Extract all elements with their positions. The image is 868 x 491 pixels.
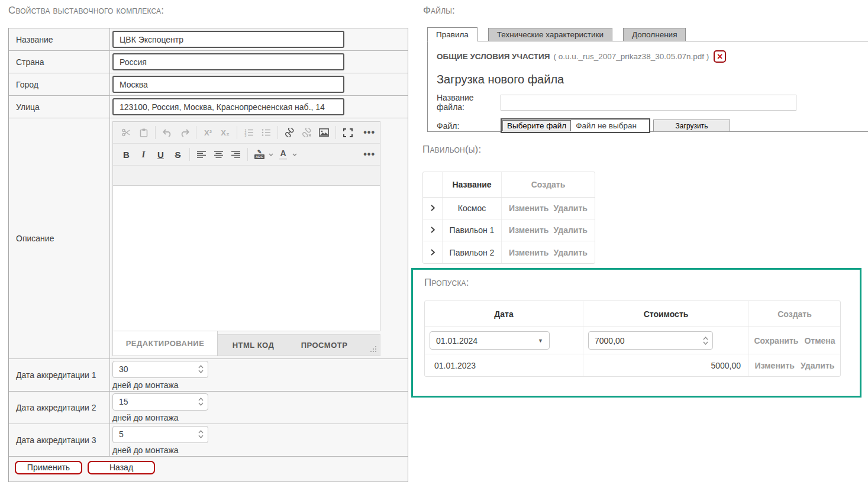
delete-file-button[interactable]: × xyxy=(714,50,726,63)
passes-table: Дата Стоимость Создать 01.01.2024 ▼ xyxy=(424,301,841,377)
pass-date-dropdown[interactable]: 01.01.2024 ▼ xyxy=(430,331,550,350)
background-color-icon[interactable]: ✎ABC xyxy=(251,147,268,162)
files-tab-pane: ОБЩИЕ УСЛОВИЯ УЧАСТИЯ ( o.u.u._rus_2007_… xyxy=(427,41,868,132)
back-button[interactable]: Назад xyxy=(88,461,155,474)
country-input[interactable] xyxy=(112,53,344,70)
bold-icon[interactable]: B xyxy=(118,147,135,162)
field-row-accreditation-2: Дата аккредитации 2 дней до монтажа xyxy=(9,392,408,424)
street-input[interactable] xyxy=(112,98,344,115)
pass-save-link[interactable]: Сохранить xyxy=(754,336,798,345)
name-input[interactable] xyxy=(112,31,344,48)
paste-icon[interactable] xyxy=(135,125,152,140)
file-name-input[interactable] xyxy=(501,95,796,111)
apply-button[interactable]: Применить xyxy=(15,461,82,474)
files-tab-bar: Правила Технические характеристики Допол… xyxy=(427,27,868,41)
upload-file-row: Файл: Выберите файл Файл не выбран Загру… xyxy=(437,118,868,133)
cut-icon[interactable] xyxy=(118,125,135,140)
toolbar-divider xyxy=(247,148,248,161)
field-row-name: Название xyxy=(9,28,408,51)
pass-cancel-link[interactable]: Отмена xyxy=(804,336,835,345)
pavilion-row: Павильон 2 Изменить Удалить xyxy=(423,241,595,263)
choose-file-button[interactable]: Выберите файл xyxy=(502,120,571,131)
city-input[interactable] xyxy=(112,76,344,93)
toolbar-divider xyxy=(196,126,196,139)
expand-chevron-icon[interactable] xyxy=(431,248,435,257)
toolbar-more-icon[interactable]: ••• xyxy=(363,127,375,138)
text-color-icon[interactable]: A xyxy=(275,147,292,162)
stepper-arrows-icon[interactable] xyxy=(198,398,204,406)
undo-icon[interactable] xyxy=(159,125,176,140)
name-label: Название xyxy=(9,28,110,50)
accreditation-2-stepper xyxy=(112,393,208,411)
stepper-arrows-icon[interactable] xyxy=(198,365,204,373)
pavilion-edit-link[interactable]: Изменить xyxy=(509,203,548,213)
italic-icon[interactable]: I xyxy=(135,147,152,162)
svg-text:3: 3 xyxy=(244,134,246,137)
redo-icon[interactable] xyxy=(176,125,193,140)
pass-row: 01.01.2023 5000,00 Изменить Удалить xyxy=(425,354,840,376)
accreditation-1-suffix: дней до монтажа xyxy=(112,380,179,390)
description-label: Описание xyxy=(9,118,110,358)
pavilion-name: Космос xyxy=(443,198,502,219)
strikethrough-icon[interactable]: S xyxy=(169,147,186,162)
pavilion-edit-link[interactable]: Изменить xyxy=(509,225,548,235)
tab-preview[interactable]: ПРОСМОТР xyxy=(289,335,360,356)
numbered-list-icon[interactable]: 123 xyxy=(240,125,257,140)
align-center-icon[interactable] xyxy=(210,147,227,162)
align-right-icon[interactable] xyxy=(227,147,244,162)
accreditation-3-input[interactable] xyxy=(112,426,208,443)
toolbar-divider xyxy=(335,126,336,139)
stepper-arrows-icon[interactable] xyxy=(703,337,708,345)
street-label: Улица xyxy=(9,96,110,118)
pavilion-delete-link[interactable]: Удалить xyxy=(553,203,587,213)
pavilion-delete-link[interactable]: Удалить xyxy=(553,225,587,235)
accreditation-2-input[interactable] xyxy=(112,393,208,411)
bullet-list-icon[interactable] xyxy=(257,125,275,140)
pavilion-edit-link[interactable]: Изменить xyxy=(509,248,548,257)
insert-link-icon[interactable] xyxy=(281,125,298,140)
upload-button[interactable]: Загрузить xyxy=(653,119,730,132)
accreditation-2-suffix: дней до монтажа xyxy=(112,413,179,422)
editor-toolbar-row2: B I U S xyxy=(113,144,380,166)
editor-content-area[interactable] xyxy=(112,186,380,331)
pass-create-link[interactable]: Создать xyxy=(777,309,812,319)
background-color-caret-icon[interactable] xyxy=(269,153,273,156)
upload-name-row: Название файла: xyxy=(437,93,868,112)
pavilion-delete-link[interactable]: Удалить xyxy=(553,248,587,257)
pass-delete-link[interactable]: Удалить xyxy=(801,361,834,370)
tab-tech-specs[interactable]: Технические характеристики xyxy=(488,28,612,41)
file-label: Файл: xyxy=(437,121,501,131)
pavilion-create-link[interactable]: Создать xyxy=(531,180,566,189)
toolbar-more-icon[interactable]: ••• xyxy=(363,149,375,160)
underline-icon[interactable]: U xyxy=(152,147,169,162)
toolbar-divider xyxy=(277,126,278,139)
tab-editing[interactable]: РЕДАКТИРОВАНИЕ xyxy=(112,331,218,356)
stepper-arrows-icon[interactable] xyxy=(198,430,204,438)
fullscreen-icon[interactable] xyxy=(339,125,356,140)
tab-rules[interactable]: Правила xyxy=(427,27,477,41)
pass-date-dropdown-value: 01.01.2024 xyxy=(436,336,477,345)
pavilion-row: Павильон 1 Изменить Удалить xyxy=(423,219,595,241)
pavilions-header-row: Название Создать xyxy=(423,172,595,198)
passes-header-row: Дата Стоимость Создать xyxy=(425,301,840,327)
remove-link-icon[interactable] xyxy=(298,125,315,140)
text-color-caret-icon[interactable] xyxy=(292,153,297,156)
insert-image-icon[interactable] xyxy=(315,125,333,140)
superscript-icon[interactable]: X² xyxy=(199,125,217,140)
tab-html-code[interactable]: HTML КОД xyxy=(218,335,289,356)
files-section-title: Файлы: xyxy=(423,5,455,17)
file-entry-filename: ( o.u.u._rus_2007_prikaz38_30.05.07n.pdf… xyxy=(553,52,709,61)
pass-edit-link[interactable]: Изменить xyxy=(755,361,795,370)
subscript-icon[interactable]: X₂ xyxy=(217,125,234,140)
toolbar-divider xyxy=(189,148,190,161)
expand-chevron-icon[interactable] xyxy=(431,225,435,235)
accreditation-1-input[interactable] xyxy=(112,361,208,378)
pavilions-table: Название Создать Космос Изменить Удалить… xyxy=(422,172,595,264)
editor-toolbar-row1: X² X₂ 123 xyxy=(113,122,380,144)
expand-chevron-icon[interactable] xyxy=(431,203,435,213)
pass-cost-input[interactable] xyxy=(588,331,713,350)
tab-additions[interactable]: Дополнения xyxy=(623,28,686,41)
align-left-icon[interactable] xyxy=(193,147,210,162)
resize-grip-icon[interactable] xyxy=(369,345,376,352)
field-row-accreditation-1: Дата аккредитации 1 дней до монтажа xyxy=(9,359,408,392)
